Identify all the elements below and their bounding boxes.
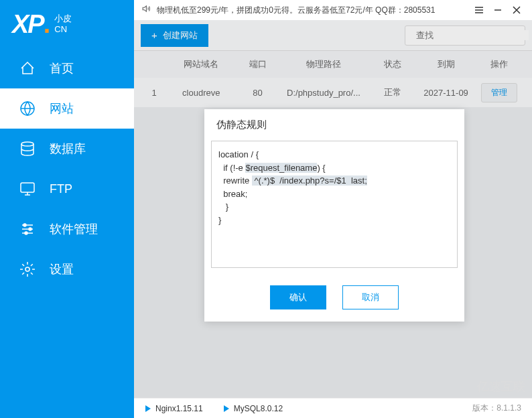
sidebar-item-database[interactable]: 数据库	[0, 129, 134, 169]
statusbar: Nginx1.15.11 MySQL8.0.12 版本：8.1.1.3	[134, 398, 532, 418]
version-text: 版本：8.1.1.3	[472, 403, 521, 414]
sidebar-item-label: 网站	[50, 100, 74, 117]
window-controls	[474, 5, 524, 15]
monitor-icon	[19, 180, 36, 198]
logo: XP. 小皮 CN	[0, 0, 134, 48]
logo-subtitle: 小皮 CN	[54, 13, 72, 34]
sidebar-item-settings[interactable]: 设置	[0, 249, 134, 289]
sidebar-item-label: 数据库	[50, 141, 86, 157]
svg-point-4	[29, 228, 31, 230]
sidebar-item-label: 软件管理	[50, 221, 98, 237]
watermark: 亿速互联	[477, 378, 525, 395]
svg-point-5	[25, 232, 27, 234]
sidebar-item-website[interactable]: 网站	[0, 88, 134, 129]
service-mysql[interactable]: MySQL8.0.12	[223, 404, 283, 413]
modal-title: 伪静态规则	[204, 109, 464, 141]
svg-point-1	[21, 142, 34, 146]
svg-rect-2	[21, 183, 34, 192]
svg-point-3	[23, 224, 26, 226]
play-icon	[223, 405, 230, 412]
database-icon	[19, 140, 36, 157]
svg-point-6	[25, 267, 29, 271]
close-button[interactable]	[512, 5, 521, 15]
announcement-text: 物理机低至299元/年，拼团成功0元得。云服务器低至72元/年 QQ群：2805…	[157, 5, 474, 16]
sidebar-item-ftp[interactable]: FTP	[0, 169, 134, 209]
speaker-icon	[142, 4, 151, 16]
sidebar-item-home[interactable]: 首页	[0, 48, 134, 88]
logo-dot: .	[44, 10, 51, 39]
globe-icon	[19, 100, 36, 117]
menu-button[interactable]	[474, 5, 484, 15]
minimize-button[interactable]	[493, 5, 503, 15]
rewrite-rules-modal: 伪静态规则 location / { if (!-e $request_file…	[204, 109, 464, 322]
play-icon	[145, 405, 151, 412]
sidebar-item-software[interactable]: 软件管理	[0, 209, 134, 249]
sliders-icon	[19, 220, 36, 238]
home-icon	[19, 60, 36, 77]
sidebar: XP. 小皮 CN 首页 网站 数据库 FTP 软件管理 设置	[0, 0, 134, 418]
sidebar-item-label: FTP	[50, 182, 72, 196]
logo-main: XP	[12, 10, 44, 39]
cancel-button[interactable]: 取消	[342, 285, 399, 309]
rewrite-code-textarea[interactable]: location / { if (!-e $request_filename) …	[211, 141, 458, 268]
confirm-button[interactable]: 确认	[270, 285, 326, 309]
gear-icon	[19, 261, 36, 278]
sidebar-item-label: 首页	[50, 60, 74, 76]
sidebar-item-label: 设置	[50, 261, 74, 277]
service-nginx[interactable]: Nginx1.15.11	[145, 404, 203, 413]
topbar: 物理机低至299元/年，拼团成功0元得。云服务器低至72元/年 QQ群：2805…	[134, 0, 532, 20]
